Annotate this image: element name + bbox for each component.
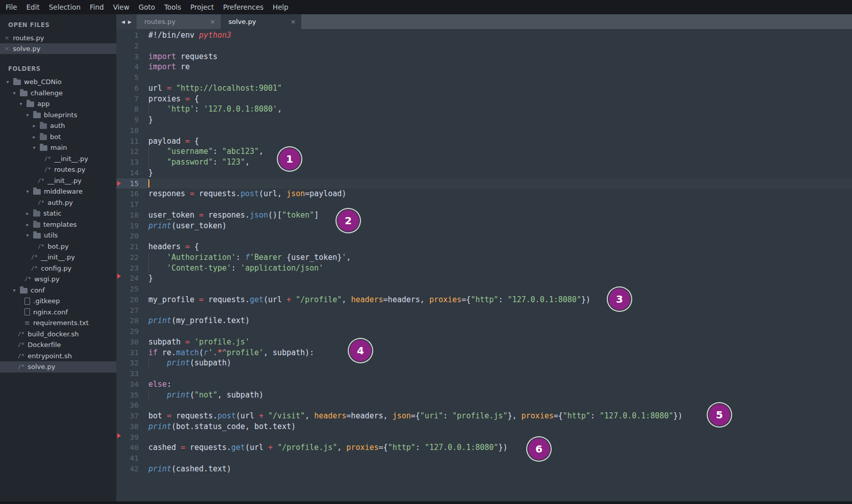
menu-item-tools[interactable]: Tools <box>160 3 186 11</box>
chevron-down-icon[interactable]: ▾ <box>25 232 30 238</box>
tree-item-auth.py[interactable]: /*auth.py <box>0 197 116 208</box>
code-line[interactable]: 38print(bot.status_code, bot.text) <box>116 421 852 432</box>
menu-item-file[interactable]: File <box>1 3 22 11</box>
tab-scroll-arrows[interactable]: ◀▶ <box>116 14 137 29</box>
tree-item-middleware[interactable]: ▾middleware <box>0 186 116 197</box>
tree-item-__init__.py[interactable]: /*__init__.py <box>0 175 116 187</box>
chevron-right-icon[interactable]: ▸ <box>25 222 30 227</box>
code-line[interactable]: 9} <box>116 115 852 125</box>
tree-item-blueprints[interactable]: ▾blueprints <box>0 110 116 121</box>
tab-prev-icon[interactable]: ◀ <box>121 19 125 24</box>
code-line[interactable]: 39 <box>116 432 852 443</box>
code-line[interactable]: 15 <box>116 178 852 189</box>
tree-item-challenge[interactable]: ▾challenge <box>0 88 116 99</box>
code-line[interactable]: 14} <box>116 168 852 178</box>
tree-item-conf[interactable]: ▾conf <box>0 285 116 296</box>
code-line[interactable]: 8 'http': '127.0.0.1:8080', <box>116 104 852 115</box>
menu-item-preferences[interactable]: Preferences <box>218 3 268 11</box>
menu-item-find[interactable]: Find <box>85 3 109 11</box>
tree-item-templates[interactable]: ▸templates <box>0 219 116 230</box>
code-line[interactable]: 33 <box>116 368 852 379</box>
tree-item-__init__.py[interactable]: /*__init__.py <box>0 153 116 165</box>
tree-item-wsgi.py[interactable]: /*wsgi.py <box>0 274 116 285</box>
tree-item-web_CDNio[interactable]: ▾web_CDNio <box>0 76 116 88</box>
code-line[interactable]: 40cashed = requests.get(url + "/profile.… <box>116 442 852 453</box>
code-line[interactable]: 31if re.match(r'.*^profile', subpath): <box>116 348 852 358</box>
tree-item-utils[interactable]: ▾utils <box>0 230 116 241</box>
code-line[interactable]: 37bot = requests.post(url + "/visit", he… <box>116 411 852 421</box>
tab-routes.py[interactable]: routes.py× <box>137 14 221 29</box>
tree-item-nginx.conf[interactable]: nginx.conf <box>0 307 116 318</box>
code-line[interactable]: 2 <box>116 41 852 51</box>
open-file-solve.py[interactable]: ×solve.py <box>0 43 116 54</box>
code-line[interactable]: 5 <box>116 72 852 83</box>
code-line[interactable]: 36 <box>116 400 852 411</box>
tab-next-icon[interactable]: ▶ <box>128 19 132 24</box>
code-line[interactable]: 17 <box>116 199 852 210</box>
code-line[interactable]: 18user_token = respones.json()["token"] <box>116 210 852 221</box>
tree-item-main[interactable]: ▾main <box>0 142 116 153</box>
code-line[interactable]: 25 <box>116 284 852 295</box>
code-line[interactable]: 22 'Authorization': f'Bearer {user_token… <box>116 252 852 263</box>
menu-item-help[interactable]: Help <box>268 3 293 11</box>
code-line[interactable]: 19print(user_token) <box>116 221 852 231</box>
code-line[interactable]: 24} <box>116 273 852 284</box>
code-line[interactable]: 13 "password": "123", <box>116 157 852 168</box>
code-line[interactable]: 11payload = { <box>116 136 852 147</box>
code-line[interactable]: 20 <box>116 231 852 242</box>
chevron-down-icon[interactable]: ▾ <box>25 189 30 194</box>
chevron-down-icon[interactable]: ▾ <box>12 90 17 96</box>
menu-item-project[interactable]: Project <box>186 3 218 11</box>
menu-item-view[interactable]: View <box>109 3 134 11</box>
tree-item-app[interactable]: ▾app <box>0 98 116 110</box>
tree-item-bot[interactable]: ▸bot <box>0 131 116 143</box>
code-line[interactable]: 32 print(subpath) <box>116 358 852 368</box>
code-line[interactable]: 30subpath = 'profile.js' <box>116 337 852 348</box>
open-file-routes.py[interactable]: ×routes.py <box>0 33 116 43</box>
code-line[interactable]: 4import re <box>116 62 852 72</box>
code-line[interactable]: 27 <box>116 305 852 316</box>
close-icon[interactable]: × <box>291 18 296 25</box>
code-editor[interactable]: 1#!/bin/env python323import requests4imp… <box>116 29 852 501</box>
tree-item-routes.py[interactable]: /*routes.py <box>0 164 116 175</box>
tab-solve.py[interactable]: solve.py× <box>221 14 301 29</box>
tree-item-bot.py[interactable]: /*bot.py <box>0 241 116 252</box>
code-line[interactable]: 34else: <box>116 379 852 390</box>
close-icon[interactable]: × <box>210 18 215 25</box>
chevron-right-icon[interactable]: ▸ <box>32 123 37 128</box>
code-line[interactable]: 1#!/bin/env python3 <box>116 30 852 41</box>
tree-item-build_docker.sh[interactable]: /*build_docker.sh <box>0 329 116 340</box>
code-line[interactable]: 26my_profile = requests.get(url + "/prof… <box>116 295 852 305</box>
menu-item-selection[interactable]: Selection <box>44 3 85 11</box>
chevron-down-icon[interactable]: ▾ <box>25 112 30 118</box>
menu-item-goto[interactable]: Goto <box>134 3 160 11</box>
code-line[interactable]: 41 <box>116 453 852 464</box>
tree-item-.gitkeep[interactable]: .gitkeep <box>0 296 116 307</box>
tree-item-static[interactable]: ▸static <box>0 208 116 219</box>
menu-item-edit[interactable]: Edit <box>22 3 44 11</box>
code-line[interactable]: 21headers = { <box>116 242 852 252</box>
chevron-down-icon[interactable]: ▾ <box>32 145 37 150</box>
code-line[interactable]: 3import requests <box>116 51 852 62</box>
tree-item-entrypoint.sh[interactable]: /*entrypoint.sh <box>0 351 116 362</box>
code-line[interactable]: 7proxies = { <box>116 94 852 104</box>
close-icon[interactable]: × <box>5 35 9 41</box>
close-icon[interactable]: × <box>5 46 9 51</box>
chevron-right-icon[interactable]: ▸ <box>32 134 37 140</box>
code-line[interactable]: 28print(my_profile.text) <box>116 315 852 326</box>
tree-item-solve.py[interactable]: /*solve.py <box>0 361 116 373</box>
tree-item-config.py[interactable]: /*config.py <box>0 263 116 274</box>
chevron-down-icon[interactable]: ▾ <box>12 287 17 293</box>
code-line[interactable]: 10 <box>116 125 852 136</box>
code-line[interactable]: 42print(cashed.text) <box>116 464 852 474</box>
code-line[interactable]: 12 "username": "abc123", <box>116 146 852 157</box>
code-line[interactable]: 23 'Content-type': 'application/json' <box>116 263 852 274</box>
code-line[interactable]: 35 print("not", subpath) <box>116 390 852 401</box>
code-line[interactable]: 6url = "http://localhost:9001" <box>116 83 852 94</box>
code-line[interactable]: 29 <box>116 326 852 337</box>
code-line[interactable]: 16respones = requests.post(url, json=pay… <box>116 189 852 199</box>
tree-item-__init__.py[interactable]: /*__init__.py <box>0 252 116 263</box>
tree-item-auth[interactable]: ▸auth <box>0 120 116 131</box>
tree-item-Dockerfile[interactable]: /*Dockerfile <box>0 339 116 351</box>
chevron-down-icon[interactable]: ▾ <box>18 101 23 107</box>
